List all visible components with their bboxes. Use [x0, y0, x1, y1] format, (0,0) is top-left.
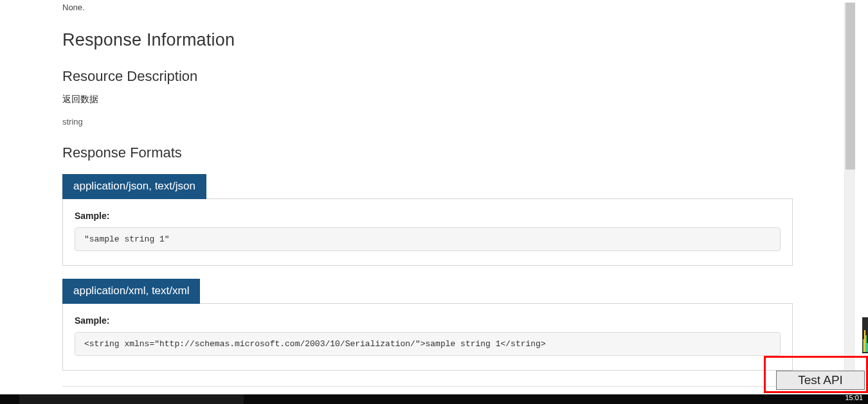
- format-block-json: application/json, text/json Sample: "sam…: [62, 174, 793, 266]
- heading-response-formats: Response Formats: [62, 145, 793, 161]
- system-meter-icon: [862, 317, 868, 353]
- scrollbar-thumb[interactable]: [845, 3, 855, 170]
- taskbar-segment[interactable]: [19, 394, 244, 404]
- top-note: None.: [62, 3, 793, 12]
- footer-divider: [62, 386, 793, 387]
- resource-type: string: [62, 117, 793, 127]
- scrollbar-track[interactable]: [844, 3, 855, 397]
- content-area: None. Response Information Resource Desc…: [0, 3, 855, 404]
- resource-description-text: 返回数据: [62, 94, 793, 105]
- format-body-xml: Sample: <string xmlns="http://schemas.mi…: [62, 303, 793, 371]
- taskbar-clock: 15:01: [845, 394, 863, 401]
- format-body-json: Sample: "sample string 1": [62, 198, 793, 266]
- taskbar[interactable]: 15:01: [0, 394, 868, 404]
- sample-code-json[interactable]: "sample string 1": [75, 227, 781, 251]
- format-block-xml: application/xml, text/xml Sample: <strin…: [62, 279, 793, 371]
- page: None. Response Information Resource Desc…: [0, 3, 855, 397]
- test-api-button[interactable]: Test API: [776, 371, 865, 390]
- sample-label: Sample:: [75, 315, 781, 326]
- heading-response-information: Response Information: [62, 30, 793, 50]
- heading-resource-description: Resource Description: [62, 68, 793, 85]
- format-tab-json[interactable]: application/json, text/json: [62, 174, 206, 199]
- sample-code-xml[interactable]: <string xmlns="http://schemas.microsoft.…: [75, 332, 781, 356]
- format-tab-xml[interactable]: application/xml, text/xml: [62, 279, 200, 304]
- sample-label: Sample:: [75, 211, 781, 221]
